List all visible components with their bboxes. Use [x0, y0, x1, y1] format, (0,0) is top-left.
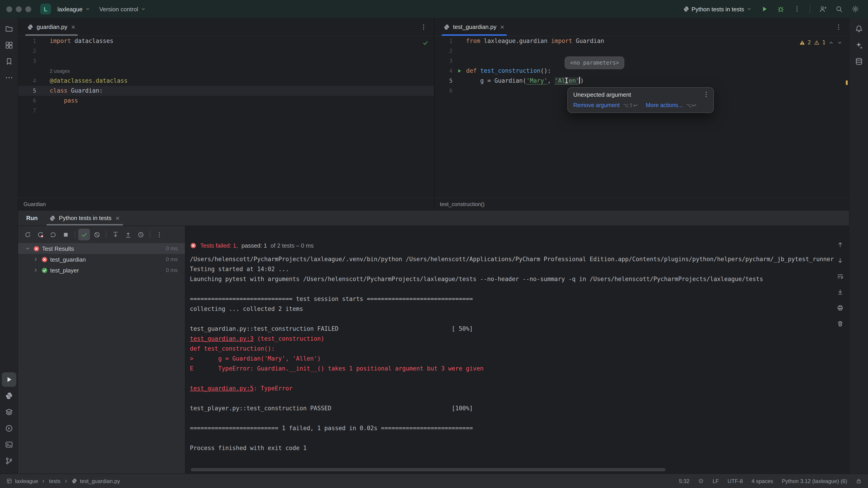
- previous-occurrence-button[interactable]: [834, 238, 846, 250]
- horizontal-scrollbar[interactable]: [191, 468, 665, 471]
- status-crumb-project[interactable]: laxleague: [15, 478, 38, 484]
- show-passed-button[interactable]: [78, 229, 90, 240]
- close-window-button[interactable]: [6, 6, 12, 12]
- code-area-test-guardian[interactable]: 2 1 <no parameters> Unexpected argument: [434, 36, 849, 197]
- tab-guardian-py[interactable]: guardian.py: [23, 18, 81, 36]
- run-configuration-widget[interactable]: Python tests in tests: [680, 4, 754, 14]
- scroll-to-end-button[interactable]: [834, 286, 846, 298]
- sort-by-duration-button[interactable]: [135, 229, 147, 240]
- toolbar-separator: [74, 231, 75, 238]
- run-test-gutter-icon[interactable]: [457, 68, 462, 74]
- code-line[interactable]: 1import dataclasses: [18, 36, 434, 46]
- breadcrumb-item[interactable]: Guardian: [24, 201, 46, 207]
- tool-window-button-python-packages[interactable]: [2, 389, 16, 403]
- run-tool-window-header: Run Python tests in tests: [18, 210, 849, 226]
- tab-test-guardian-py[interactable]: test_guardian.py: [439, 18, 509, 36]
- remove-argument-action[interactable]: Remove argument: [573, 102, 620, 108]
- console-file-link[interactable]: test_guardian.py:5: [190, 385, 254, 392]
- tool-window-button-project[interactable]: [2, 22, 16, 36]
- code-line[interactable]: 3: [434, 56, 849, 66]
- stop-button[interactable]: [60, 229, 71, 240]
- more-options-button[interactable]: [153, 229, 165, 240]
- run-tab-python-tests[interactable]: Python tests in tests: [45, 210, 125, 225]
- breadcrumb-item[interactable]: test_construction(): [440, 201, 485, 207]
- status-crumb-file[interactable]: test_guardian.py: [80, 478, 120, 484]
- code-area-guardian[interactable]: 1import dataclasses232 usages4@dataclass…: [18, 36, 434, 197]
- kebab-icon: [835, 23, 842, 31]
- collapse-all-button[interactable]: [122, 229, 134, 240]
- debug-button[interactable]: [774, 3, 787, 15]
- error-stripe-mark[interactable]: [846, 80, 848, 85]
- test-tree-row-Test Results[interactable]: Test Results0 ms: [18, 243, 185, 254]
- tool-window-button-more-tool-windows[interactable]: [2, 70, 16, 85]
- tool-window-button-ai-assistant[interactable]: [851, 38, 866, 53]
- code-line[interactable]: 4@dataclasses.dataclass: [18, 76, 434, 86]
- expand-all-button[interactable]: [110, 229, 121, 240]
- close-icon[interactable]: [70, 24, 76, 30]
- previous-problem-icon[interactable]: [828, 39, 834, 45]
- inspections-ok-widget[interactable]: [422, 40, 429, 47]
- breadcrumb[interactable]: Guardian: [18, 197, 434, 210]
- code-with-me-button[interactable]: [816, 3, 829, 15]
- more-run-options-button[interactable]: [791, 3, 803, 15]
- tool-window-button-version-control[interactable]: [2, 454, 16, 468]
- next-problem-icon[interactable]: [837, 39, 843, 45]
- highlighting-level-icon[interactable]: [698, 478, 704, 484]
- console-file-link[interactable]: test_guardian.py:3: [190, 335, 254, 342]
- next-occurrence-button[interactable]: [834, 254, 846, 266]
- rerun-tests-button[interactable]: [22, 229, 33, 240]
- tool-window-button-run[interactable]: [2, 372, 16, 387]
- minimize-window-button[interactable]: [16, 6, 22, 12]
- run-button[interactable]: [758, 3, 771, 15]
- interpreter-widget[interactable]: Python 3.12 (laxleague) (6): [782, 478, 847, 484]
- code-line[interactable]: 7: [18, 106, 434, 116]
- tool-window-button-services[interactable]: [2, 405, 16, 419]
- clear-all-button[interactable]: [834, 318, 846, 329]
- tool-window-button-database[interactable]: [851, 54, 866, 69]
- code-line[interactable]: 2: [18, 46, 434, 56]
- lock-icon[interactable]: [856, 478, 862, 484]
- test-tree-row-test_player[interactable]: test_player0 ms: [18, 265, 185, 275]
- breadcrumb[interactable]: test_construction(): [434, 197, 849, 210]
- editor-options-button[interactable]: [418, 21, 430, 33]
- inspections-widget[interactable]: 2 1: [799, 39, 843, 46]
- close-icon[interactable]: [500, 24, 505, 30]
- settings-button[interactable]: [849, 3, 862, 15]
- code-line[interactable]: 5 g = Guardian('Mary', 'Allen'): [434, 76, 849, 86]
- test-tree-row-test_guardian[interactable]: test_guardian0 ms: [18, 254, 185, 265]
- show-ignored-button[interactable]: [91, 229, 103, 240]
- rerun-failed-tests-button[interactable]: [34, 229, 46, 240]
- test-console[interactable]: Tests failed: 1, passed: 1 of 2 tests – …: [185, 226, 849, 474]
- code-line[interactable]: 1from laxleague.guardian import Guardian: [434, 36, 849, 46]
- tool-window-button-structure[interactable]: [2, 38, 16, 53]
- code-line[interactable]: 2 usages: [18, 66, 434, 76]
- zoom-window-button[interactable]: [25, 6, 31, 12]
- search-everywhere-button[interactable]: [833, 3, 845, 15]
- code-line[interactable]: 4def test_construction():: [434, 66, 849, 76]
- indent-widget[interactable]: 4 spaces: [751, 478, 773, 484]
- print-button[interactable]: [834, 302, 846, 314]
- vcs-widget[interactable]: Version control: [96, 4, 149, 14]
- cursor-position-widget[interactable]: 5:32: [679, 478, 690, 484]
- line-separator-widget[interactable]: LF: [712, 478, 719, 484]
- test-tree: Test Results0 mstest_guardian0 mstest_pl…: [18, 243, 185, 275]
- code-line[interactable]: 3: [18, 56, 434, 66]
- project-widget[interactable]: laxleague: [55, 4, 93, 14]
- editor-options-button[interactable]: [833, 21, 844, 33]
- project-avatar[interactable]: L: [40, 4, 51, 14]
- popup-more-icon[interactable]: [703, 91, 710, 98]
- soft-wrap-button[interactable]: [834, 270, 846, 282]
- close-icon[interactable]: [115, 215, 120, 221]
- more-actions-action[interactable]: More actions...: [646, 102, 683, 108]
- status-crumb-folder[interactable]: tests: [49, 478, 61, 484]
- tool-window-button-python-console[interactable]: [2, 421, 16, 435]
- tool-window-button-bookmarks[interactable]: [2, 54, 16, 69]
- tool-window-button-terminal[interactable]: [2, 437, 16, 452]
- encoding-widget[interactable]: UTF-8: [727, 478, 743, 484]
- toggle-auto-test-button[interactable]: [47, 229, 59, 240]
- code-line[interactable]: 5class Guardian:: [18, 86, 434, 96]
- code-line[interactable]: 6 pass: [18, 96, 434, 106]
- printer-icon: [837, 304, 843, 311]
- code-line[interactable]: 2: [434, 46, 849, 56]
- tool-window-button-notifications[interactable]: [851, 22, 866, 36]
